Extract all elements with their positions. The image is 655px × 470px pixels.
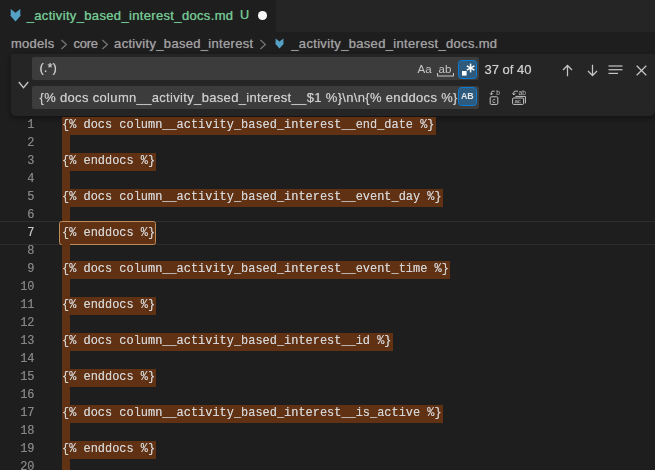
svg-text:c: c [492, 97, 496, 104]
svg-text:ac: ac [514, 97, 521, 104]
svg-text:b: b [496, 90, 500, 96]
svg-text:ab: ab [518, 90, 526, 96]
